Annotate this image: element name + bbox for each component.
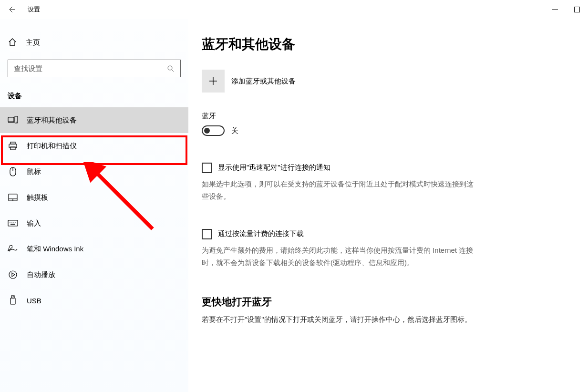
svg-rect-24 [11, 296, 14, 298]
main-content: 蓝牙和其他设备 添加蓝牙或其他设备 蓝牙 关 显示使用"迅速配对"进行连接的通知… [188, 19, 588, 392]
sidebar-item-label: 打印机和扫描仪 [27, 142, 77, 151]
sidebar-item-label: 蓝牙和其他设备 [27, 116, 77, 125]
titlebar: 设置 [0, 0, 588, 19]
svg-point-19 [13, 222, 14, 223]
svg-point-7 [16, 122, 17, 123]
svg-rect-21 [10, 224, 15, 225]
svg-rect-16 [8, 220, 18, 226]
sidebar-item-pen-ink[interactable]: 笔和 Windows Ink [0, 236, 188, 262]
sidebar-item-label: 触摸板 [27, 193, 48, 202]
sidebar-item-label: USB [27, 297, 41, 305]
usb-icon [8, 295, 18, 306]
home-link[interactable]: 主页 [0, 32, 188, 53]
svg-rect-25 [10, 298, 15, 304]
autoplay-icon [8, 269, 18, 280]
keyboard-icon [8, 218, 18, 228]
sidebar-item-touchpad[interactable]: 触摸板 [0, 185, 188, 210]
svg-rect-8 [10, 142, 15, 144]
add-device-label: 添加蓝牙或其他设备 [231, 77, 296, 86]
home-label: 主页 [26, 38, 40, 47]
sidebar-item-mouse[interactable]: 鼠标 [0, 159, 188, 185]
touchpad-icon [8, 192, 18, 203]
devices-icon [8, 115, 18, 125]
svg-point-17 [10, 222, 10, 223]
sidebar-item-printers[interactable]: 打印机和扫描仪 [0, 133, 188, 159]
quickpair-description: 如果选中此选项，则可以在受支持的蓝牙设备位于附近且处于配对模式时快速连接到这些设… [202, 178, 474, 202]
svg-rect-4 [8, 117, 14, 122]
metered-label: 通过按流量计费的连接下载 [218, 229, 304, 238]
search-icon [166, 64, 175, 73]
sidebar-item-label: 鼠标 [27, 167, 41, 176]
minimize-button[interactable] [544, 0, 566, 19]
printer-icon [8, 141, 18, 151]
svg-rect-0 [552, 10, 558, 10]
svg-point-22 [9, 271, 17, 279]
sidebar-item-label: 自动播放 [27, 270, 55, 279]
svg-rect-10 [10, 147, 15, 150]
home-icon [8, 37, 17, 48]
sidebar-item-label: 输入 [27, 219, 41, 228]
window-title: 设置 [28, 5, 40, 14]
quickpair-checkbox[interactable] [202, 163, 212, 173]
search-box[interactable] [8, 60, 181, 77]
sidebar-item-autoplay[interactable]: 自动播放 [0, 262, 188, 288]
sidebar: 主页 设备 蓝牙和其他设备 打印机和扫描仪 [0, 19, 188, 392]
add-device-button[interactable]: 添加蓝牙或其他设备 [202, 70, 564, 93]
toggle-knob [204, 128, 210, 134]
svg-point-2 [168, 66, 172, 70]
minimize-icon [552, 7, 558, 12]
svg-line-3 [172, 70, 174, 72]
mouse-icon [8, 166, 18, 177]
sidebar-item-bluetooth-devices[interactable]: 蓝牙和其他设备 [0, 107, 188, 133]
svg-marker-23 [12, 273, 15, 277]
pen-icon [8, 244, 18, 254]
maximize-icon [574, 7, 580, 12]
arrow-left-icon [8, 6, 15, 13]
back-button[interactable] [4, 2, 19, 17]
svg-point-20 [15, 222, 16, 223]
svg-rect-1 [575, 7, 580, 12]
sidebar-item-usb[interactable]: USB [0, 288, 188, 313]
sidebar-item-label: 笔和 Windows Ink [27, 245, 83, 254]
metered-checkbox[interactable] [202, 229, 212, 239]
page-title: 蓝牙和其他设备 [202, 35, 564, 53]
bluetooth-toggle[interactable] [202, 125, 225, 136]
plus-icon [202, 70, 225, 93]
bluetooth-toggle-state: 关 [231, 126, 238, 135]
svg-point-18 [11, 222, 12, 223]
faster-bluetooth-heading: 更快地打开蓝牙 [202, 295, 564, 309]
quickpair-label: 显示使用"迅速配对"进行连接的通知 [218, 163, 330, 172]
maximize-button[interactable] [566, 0, 588, 19]
metered-description: 为避免产生额外的费用，请始终关闭此功能，这样当你使用按流量计费的 Interne… [202, 244, 474, 268]
sidebar-item-typing[interactable]: 输入 [0, 210, 188, 236]
search-input[interactable] [14, 64, 166, 72]
sidebar-section-title: 设备 [0, 87, 188, 107]
bluetooth-heading: 蓝牙 [202, 112, 564, 121]
faster-bluetooth-body: 若要在不打开"设置"的情况下打开或关闭蓝牙，请打开操作中心，然后选择蓝牙图标。 [202, 315, 512, 324]
